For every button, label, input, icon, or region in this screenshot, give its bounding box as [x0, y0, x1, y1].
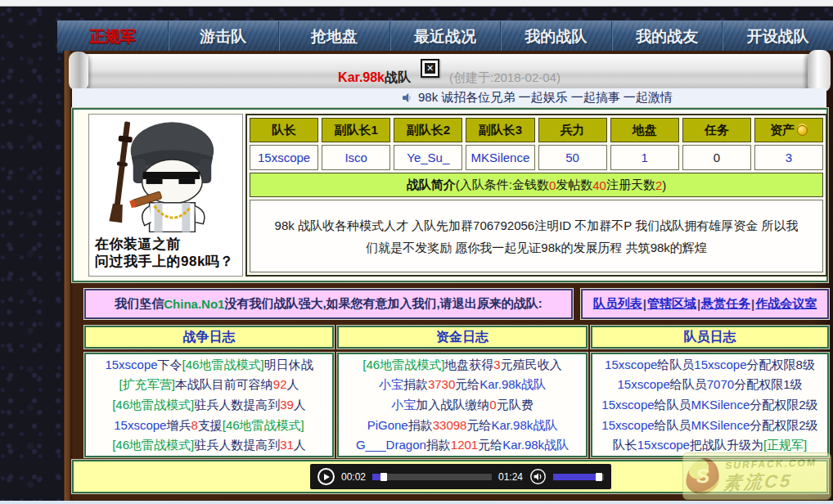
log-text: [46地雷战模式]: [182, 358, 264, 371]
log-link[interactable]: 15xscope: [637, 438, 690, 452]
log-link[interactable]: Kar.98k战队: [480, 377, 546, 391]
log-text: 给队员: [657, 358, 694, 371]
log-text: 捐款: [403, 377, 428, 391]
volume-slider[interactable]: [553, 474, 604, 480]
team-links-bar: 队员列表|管辖区域|悬赏任务|作战会议室: [581, 289, 829, 319]
nav-tab-grab-territory[interactable]: 抢地盘: [278, 21, 389, 52]
link-bounty-tasks[interactable]: 悬赏任务: [701, 296, 750, 312]
log-entry: 队长15xscope把战队升级为[正规军]: [592, 435, 827, 455]
title-banner: Kar.98k战队 ✕ (创建于:2018-02-04): [72, 54, 826, 88]
created-date: (创建于:2018-02-04): [449, 70, 561, 85]
log-link[interactable]: 15xscope: [694, 358, 746, 371]
log-link[interactable]: 小宝: [379, 377, 403, 391]
nav-tab-my-team[interactable]: 我的战队: [500, 21, 611, 52]
volume-handle[interactable]: [596, 473, 602, 481]
log-link[interactable]: 7070: [707, 377, 734, 391]
log-text: 人: [287, 377, 299, 391]
value-vice1[interactable]: Isco: [322, 145, 390, 170]
nav-tab-regular-army[interactable]: 正规军: [57, 21, 168, 52]
nav-tab-label: 抢地盘: [311, 26, 358, 47]
progress-fill: [372, 474, 380, 480]
team-description: 98k 战队收各种模式人才 入队先加群706792056注明ID 不加群不P 我…: [250, 200, 823, 272]
value-territory: 1: [610, 145, 679, 170]
header-vice2: 副队长2: [394, 118, 462, 142]
log-entry: 15xscope下令[46地雷战模式]明日休战: [86, 355, 332, 375]
war-log-title: 战争日志: [84, 326, 334, 349]
log-entry: 小宝捐款3730元给Kar.98k战队: [339, 375, 586, 394]
log-text: 92: [273, 377, 287, 391]
fund-log-title: 资金日志: [337, 326, 588, 349]
log-link[interactable]: MKSilence: [691, 398, 750, 412]
header-captain: 队长: [250, 118, 318, 142]
log-link[interactable]: 15xscope: [601, 398, 654, 412]
log-link[interactable]: 小宝: [391, 398, 416, 412]
log-entry: PiGone捐款33098元给Kar.98k战队: [339, 416, 586, 435]
meme-caption-line2: 问过我手上的98k吗？: [89, 253, 242, 270]
link-separator: |: [643, 297, 646, 311]
announcement-text: 98k 诚招各位兄弟 一起娱乐 一起搞事 一起激情: [418, 90, 673, 106]
log-text: [扩充军营]: [119, 377, 174, 391]
log-link[interactable]: 15xscope: [601, 418, 654, 432]
link-member-list[interactable]: 队员列表: [593, 296, 642, 312]
nav-tab-create-team[interactable]: 开设战队: [722, 21, 833, 52]
log-text: 驻兵人数提高到: [194, 398, 280, 412]
log-link[interactable]: 15xscope: [605, 358, 657, 371]
log-text: 元给: [455, 377, 480, 391]
log-entry: 15xscope给队员7070分配权限1级: [592, 375, 827, 394]
war-log-column: 战争日志 15xscope下令[46地雷战模式]明日休战 [扩充军营]本战队目前…: [84, 326, 334, 458]
intro-suffix: ): [662, 178, 666, 192]
value-assets: 3: [754, 145, 823, 170]
log-link[interactable]: Kar.98k战队: [502, 438, 569, 452]
value-vice3[interactable]: MKSilence: [466, 145, 534, 170]
team-name-highlight: Kar.98k: [338, 70, 385, 84]
log-text: 人: [294, 438, 306, 452]
log-link[interactable]: 15xscope: [105, 358, 157, 371]
nav-tab-label: 游击队: [200, 26, 246, 47]
current-time: 00:02: [341, 471, 366, 483]
value-vice2[interactable]: Ye_Su_: [394, 145, 462, 170]
log-link[interactable]: G___Dragon: [356, 438, 426, 452]
war-log-body: 15xscope下令[46地雷战模式]明日休战 [扩充军营]本战队目前可容纳92…: [84, 353, 334, 457]
nav-tab-recent-battles[interactable]: 最近战况: [389, 21, 501, 52]
log-entry: 小宝加入战队缴纳0元队费: [339, 395, 586, 415]
recruit-text-pre: 我们坚信: [115, 296, 164, 312]
play-button[interactable]: [317, 468, 335, 485]
log-link[interactable]: 15xscope: [114, 418, 166, 432]
intro-cond-pre: (入队条件:金钱数: [456, 178, 549, 193]
log-text: [46地雷战模式]: [112, 398, 194, 412]
intro-mid1: 发帖数: [556, 178, 592, 193]
log-entry: G___Dragon捐款1201元给Kar.98k战队: [339, 435, 586, 455]
log-link[interactable]: PiGone: [367, 418, 408, 432]
link-separator: |: [697, 297, 700, 311]
log-link[interactable]: Kar.98k战队: [491, 418, 557, 432]
nav-tab-my-comrades[interactable]: 我的战友: [611, 21, 723, 52]
value-captain[interactable]: 15xscope: [250, 145, 318, 170]
log-entry: [46地雷战模式]地盘获得3元殖民收入: [339, 355, 586, 375]
value-troops: 50: [538, 145, 607, 170]
log-text: 0: [489, 398, 496, 412]
intro-posts: 40: [592, 178, 606, 192]
recruit-banner: 我们坚信China.No1没有我们战队强大,如果您有意加入我们,请退出原来的战队…: [84, 289, 573, 319]
mute-button[interactable]: [529, 468, 547, 485]
log-text: 分配权限1级: [734, 377, 802, 391]
browser-bottom-strip: [0, 501, 833, 504]
log-text: 3730: [428, 377, 455, 391]
log-text: [正规军]: [763, 438, 807, 452]
speaker-icon: [401, 92, 413, 104]
log-text: 8: [191, 418, 197, 432]
log-text: 元给: [478, 438, 502, 452]
progress-slider[interactable]: [372, 474, 492, 480]
link-territory[interactable]: 管辖区域: [647, 296, 696, 312]
log-text: 加入战队缴纳: [416, 398, 489, 412]
log-link[interactable]: 15xscope: [618, 377, 670, 391]
log-text: 给队员: [670, 377, 707, 391]
log-entry: [扩充军营]本战队目前可容纳92人: [86, 375, 332, 394]
nav-tab-guerrilla[interactable]: 游击队: [168, 21, 279, 52]
team-stats-table: 队长 副队长1 副队长2 副队长3 兵力 地盘 任务 资产 15xscope I…: [245, 114, 827, 277]
log-entry: 15xscope给队员15xscope分配权限8级: [592, 355, 827, 375]
log-text: 33098: [433, 418, 467, 432]
log-entry: 15xscope给队员MKSilence分配权限2级: [592, 416, 827, 435]
link-war-room[interactable]: 作战会议室: [755, 296, 817, 312]
log-link[interactable]: MKSilence: [691, 418, 750, 432]
progress-handle[interactable]: [380, 473, 387, 481]
